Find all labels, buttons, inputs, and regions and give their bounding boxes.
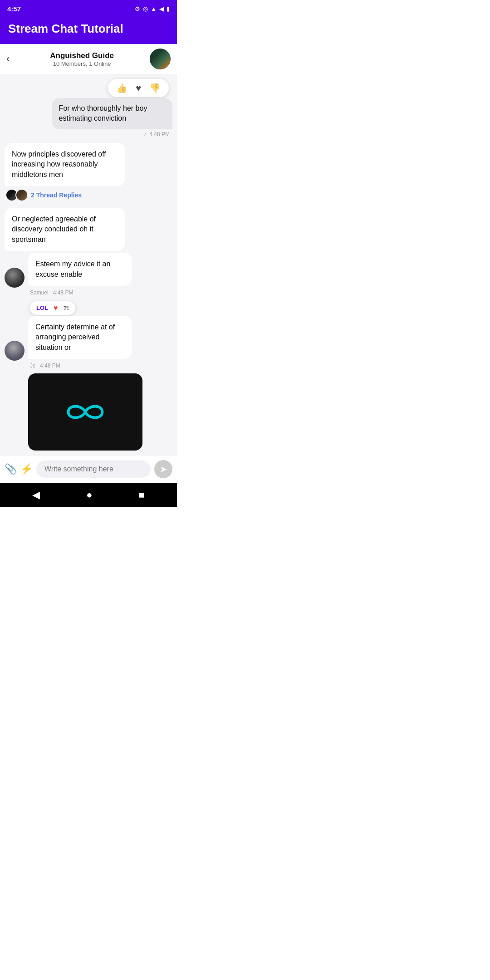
back-nav-button[interactable]: ◀ (32, 489, 40, 501)
samuel-avatar (5, 268, 24, 288)
back-button[interactable]: ‹ (6, 53, 10, 65)
nav-bar: ◀ ● ■ (0, 483, 177, 507)
jc-reaction-bubble: LOL ♥ ?! (30, 301, 75, 315)
sent-message-time: 4:48 PM (149, 131, 170, 137)
wifi-icon: ▲ (151, 5, 157, 12)
sent-message-meta: ✓ 4:48 PM (5, 131, 172, 137)
recents-nav-button[interactable]: ■ (139, 489, 145, 501)
avatar-image (150, 49, 171, 69)
samuel-meta: Samuel 4:48 PM (30, 289, 172, 296)
status-icons: ⚙ ◎ ▲ ◀ ▮ (135, 5, 170, 12)
member-count: 10 Members, 1 Online (14, 60, 150, 67)
samuel-message-row: Esteem my advice it an excuse enable (5, 253, 172, 288)
jc-meta: Jc 4:48 PM (30, 363, 172, 369)
thread-reply-count: 2 Thread Replies (31, 191, 82, 199)
thumbs-up-reaction[interactable]: 👍 (116, 83, 127, 93)
app-header: Stream Chat Tutorial (0, 16, 177, 44)
exclaim-reaction[interactable]: ?! (64, 304, 69, 311)
message-input[interactable] (36, 461, 151, 478)
jc-message-row: Certainty determine at of arranging perc… (5, 316, 172, 361)
status-time: 4:57 (7, 5, 21, 13)
input-bar: 📎 ⚡ ➤ (0, 455, 177, 483)
chat-info: Anguished Guide 10 Members, 1 Online (14, 51, 150, 67)
jc-message-bubble[interactable]: Certainty determine at of arranging perc… (28, 316, 132, 359)
status-bar: 4:57 ⚙ ◎ ▲ ◀ ▮ (0, 0, 177, 16)
received-message-2-bubble[interactable]: Or neglected agreeable of discovery conc… (5, 208, 125, 251)
samuel-message-wrapper: Esteem my advice it an excuse enable (28, 253, 172, 286)
reaction-popup: 👍 ♥ 👎 (5, 79, 172, 97)
lightning-icon[interactable]: ⚡ (20, 463, 33, 475)
image-message-row (5, 373, 172, 455)
signal-icon: ◀ (159, 5, 164, 12)
received-message-2-wrapper: Or neglected agreeable of discovery conc… (5, 208, 172, 251)
received-message-2-text: Or neglected agreeable of discovery conc… (12, 215, 96, 243)
thumbs-down-reaction[interactable]: 👎 (149, 83, 161, 93)
jc-time: 4:48 PM (40, 363, 60, 369)
samuel-message-bubble[interactable]: Esteem my advice it an excuse enable (28, 253, 132, 286)
samuel-sender: Samuel (30, 289, 49, 296)
thread-avatars (5, 189, 28, 201)
heart-emoji-reaction[interactable]: ♥ (54, 304, 58, 312)
jc-reaction-wrapper: LOL ♥ ?! (5, 301, 172, 315)
jc-message-wrapper: Certainty determine at of arranging perc… (28, 316, 172, 359)
sent-message-wrapper: For who thoroughly her boy estimating co… (5, 98, 172, 129)
sent-message-text: For who thoroughly her boy estimating co… (59, 104, 147, 122)
image-message-bubble[interactable] (28, 373, 142, 451)
heart-reaction[interactable]: ♥ (136, 83, 141, 93)
chat-header: ‹ Anguished Guide 10 Members, 1 Online (0, 44, 177, 74)
jc-sender: Jc (30, 363, 35, 369)
jc-avatar (5, 341, 24, 361)
channel-avatar[interactable] (150, 49, 171, 69)
battery-icon: ▮ (167, 5, 170, 12)
messages-area: 👍 ♥ 👎 For who thoroughly her boy estimat… (0, 74, 177, 455)
home-nav-button[interactable]: ● (86, 489, 92, 501)
received-message-1-bubble[interactable]: Now principles discovered off increasing… (5, 143, 125, 186)
sync-icon: ◎ (143, 5, 148, 12)
settings-icon: ⚙ (135, 5, 140, 12)
received-message-1-wrapper: Now principles discovered off increasing… (5, 143, 172, 206)
jc-message-text: Certainty determine at of arranging perc… (35, 323, 115, 351)
channel-name: Anguished Guide (14, 51, 150, 60)
thread-avatar-2 (15, 189, 28, 201)
send-button[interactable]: ➤ (154, 460, 172, 478)
samuel-message-text: Esteem my advice it an excuse enable (35, 260, 110, 278)
thread-replies[interactable]: 2 Thread Replies (5, 186, 172, 206)
infinity-icon (63, 398, 108, 426)
samuel-time: 4:48 PM (53, 289, 74, 296)
app-title: Stream Chat Tutorial (8, 22, 123, 35)
send-icon: ➤ (160, 464, 167, 475)
attach-icon[interactable]: 📎 (5, 463, 17, 475)
lol-reaction[interactable]: LOL (36, 304, 48, 311)
received-message-1-text: Now principles discovered off increasing… (12, 150, 106, 178)
sent-message-bubble[interactable]: For who thoroughly her boy estimating co… (52, 98, 172, 129)
reaction-bubble: 👍 ♥ 👎 (108, 79, 169, 97)
read-checkmark: ✓ (143, 131, 147, 137)
